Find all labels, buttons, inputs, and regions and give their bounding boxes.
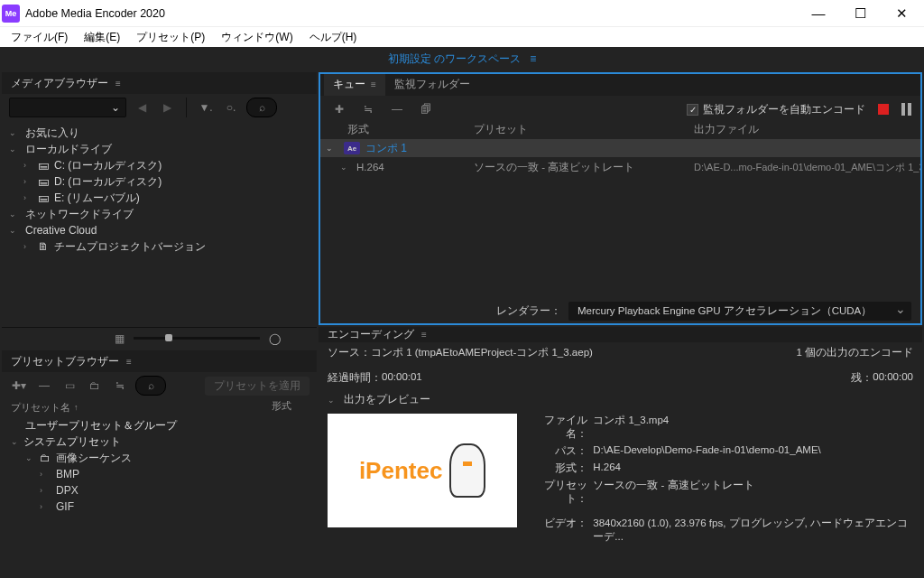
drive-e[interactable]: E: (リムーバブル) — [54, 191, 140, 206]
preset-menu[interactable]: プリセット(P) — [131, 30, 210, 45]
preset-item[interactable]: DPX — [56, 484, 79, 497]
settings-icon[interactable]: ≒ — [110, 376, 130, 396]
chevron-down-icon[interactable]: ⌄ — [328, 396, 340, 405]
thumb-size-slider[interactable] — [134, 337, 260, 340]
team-projects-node[interactable]: チームプロジェクトバージョン — [54, 239, 206, 255]
drive-d[interactable]: D: (ローカルディスク) — [54, 174, 162, 190]
remain-value: 00:00:00 — [873, 371, 913, 385]
sort-icon[interactable]: ↑ — [74, 403, 79, 412]
workspace-name[interactable]: 初期設定 のワークスペース — [388, 51, 521, 67]
help-menu[interactable]: ヘルプ(H) — [304, 30, 363, 45]
search-icon[interactable]: ⌕ — [246, 98, 277, 117]
video-value: 3840x2160 (1.0), 23.976 fps, プログレッシブ, ハー… — [587, 517, 913, 544]
hamburger-icon[interactable]: ≡ — [421, 330, 428, 340]
media-tree: ⌄お気に入り ⌄ローカルドライブ ›🖴C: (ローカルディスク) ›🖴D: (ロ… — [2, 121, 317, 327]
ingest-icon[interactable]: ○. — [221, 98, 241, 117]
chevron-down-icon[interactable]: ⌄ — [9, 128, 22, 137]
user-presets-group[interactable]: ユーザープリセット＆グループ — [25, 418, 177, 434]
col-preset: プリセット — [474, 123, 694, 139]
preset-item[interactable]: GIF — [56, 500, 74, 513]
add-source-icon[interactable]: ✚ — [329, 99, 349, 119]
hamburger-icon[interactable]: ≡ — [116, 79, 122, 89]
creative-cloud-node[interactable]: Creative Cloud — [25, 224, 97, 237]
network-drives-node[interactable]: ネットワークドライブ — [25, 207, 134, 222]
drive-c[interactable]: C: (ローカルディスク) — [54, 158, 162, 173]
remove-icon[interactable]: — — [34, 376, 54, 396]
thumb-icon: ▦ — [115, 332, 125, 345]
path-dropdown[interactable]: ⌄ — [9, 98, 126, 117]
preview-header: 出力をプレビュー — [344, 393, 430, 406]
chevron-right-icon[interactable]: › — [23, 242, 36, 251]
chevron-right-icon[interactable]: › — [23, 161, 36, 170]
pause-button[interactable] — [901, 103, 911, 116]
drive-icon: 🖴 — [36, 191, 51, 204]
format-label: 形式： — [531, 461, 587, 475]
output-path: D:\AE-D...mo-Fade-in-01\demo-01_AME\コンポ … — [694, 161, 920, 174]
renderer-label: レンダラー： — [496, 304, 561, 318]
chevron-down-icon[interactable]: ⌄ — [9, 144, 22, 154]
queue-item-row[interactable]: ⌄H.264 ソースの一致 - 高速ビットレート D:\AE-D...mo-Fa… — [320, 157, 920, 177]
chevron-right-icon[interactable]: › — [23, 193, 36, 202]
chevron-down-icon[interactable]: ⌄ — [340, 163, 353, 172]
file-menu[interactable]: ファイル(F) — [5, 30, 73, 45]
chevron-down-icon[interactable]: ⌄ — [9, 210, 22, 219]
chevron-right-icon[interactable]: › — [23, 177, 36, 186]
file-value: コンポ 1_3.mp4 — [587, 414, 913, 441]
nav-back-icon[interactable]: ◀ — [132, 98, 152, 117]
chevron-right-icon[interactable]: › — [40, 502, 52, 511]
preset-item[interactable]: BMP — [56, 468, 79, 480]
nav-forward-icon[interactable]: ▶ — [157, 98, 177, 117]
image-seq-group[interactable]: 画像シーケンス — [56, 451, 132, 466]
separator — [186, 98, 187, 117]
favorites-node[interactable]: お気に入り — [25, 126, 79, 141]
new-bin-icon[interactable]: 🗀 — [85, 376, 105, 396]
local-drives-node[interactable]: ローカルドライブ — [25, 142, 112, 157]
col-output: 出力ファイル — [694, 123, 920, 139]
path-label: パス： — [531, 444, 587, 458]
preset-label: プリセット： — [531, 479, 587, 506]
title-bar: Me Adobe Media Encoder 2020 — ☐ ✕ — [0, 0, 924, 27]
tab-queue[interactable]: キュー ≡ — [324, 72, 385, 96]
prop-icon[interactable]: ≒ — [358, 99, 378, 119]
chevron-right-icon[interactable]: › — [40, 470, 52, 479]
preset-browser-title: プリセットブラウザー — [11, 354, 119, 369]
window-menu[interactable]: ウィンドウ(W) — [216, 30, 298, 45]
queue-group-row[interactable]: ⌄ Ae コンポ 1 — [320, 139, 920, 157]
col-format[interactable]: 形式 — [272, 399, 308, 415]
maximize-button[interactable]: ☐ — [839, 1, 881, 26]
renderer-select[interactable]: Mercury Playback Engine GPU アクセラレーション（CU… — [568, 302, 911, 321]
remove-icon[interactable]: — — [387, 99, 407, 119]
search-icon[interactable]: ⌕ — [135, 376, 166, 396]
add-icon[interactable]: ✚▾ — [9, 376, 29, 396]
sync-icon[interactable]: ▭ — [60, 376, 79, 396]
apply-preset-button[interactable]: プリセットを適用 — [205, 377, 310, 396]
chevron-right-icon[interactable]: › — [40, 486, 52, 495]
folder-icon: 🗀 — [38, 452, 52, 464]
chevron-down-icon[interactable]: ⌄ — [9, 226, 22, 235]
ae-icon: Ae — [344, 142, 360, 154]
filter-icon[interactable]: ▼. — [196, 98, 216, 117]
duplicate-icon[interactable]: 🗐 — [416, 99, 436, 119]
auto-encode-checkbox[interactable]: ✓監視フォルダーを自動エンコード — [687, 103, 865, 117]
chevron-down-icon[interactable]: ⌄ — [11, 437, 23, 446]
hamburger-icon[interactable]: ≡ — [126, 357, 133, 367]
col-preset-name[interactable]: プリセット名 — [11, 401, 70, 415]
video-label: ビデオ： — [531, 517, 587, 544]
hamburger-icon[interactable]: ≡ — [530, 52, 536, 65]
edit-menu[interactable]: 編集(E) — [79, 30, 125, 45]
close-button[interactable]: ✕ — [881, 1, 922, 26]
chevron-down-icon[interactable]: ⌄ — [326, 144, 338, 153]
stop-button[interactable] — [878, 104, 889, 115]
system-presets-group[interactable]: システムプリセット — [23, 434, 121, 450]
chevron-down-icon[interactable]: ⌄ — [25, 453, 38, 462]
menu-bar: ファイル(F) 編集(E) プリセット(P) ウィンドウ(W) ヘルプ(H) — [0, 27, 924, 47]
penguin-icon — [449, 443, 485, 498]
preset-value: ソースの一致 - 高速ビットレート — [587, 479, 913, 506]
queue-group-label: コンポ 1 — [365, 141, 407, 156]
workspace-bar: 初期設定 のワークスペース ≡ — [0, 47, 924, 70]
minimize-button[interactable]: — — [798, 1, 839, 26]
bitrate-label: ビットレート： — [531, 547, 587, 548]
thumb-on-icon[interactable]: ◯ — [269, 332, 281, 345]
tab-watch-folders[interactable]: 監視フォルダー — [385, 73, 479, 96]
team-icon: 🗎 — [36, 240, 51, 253]
